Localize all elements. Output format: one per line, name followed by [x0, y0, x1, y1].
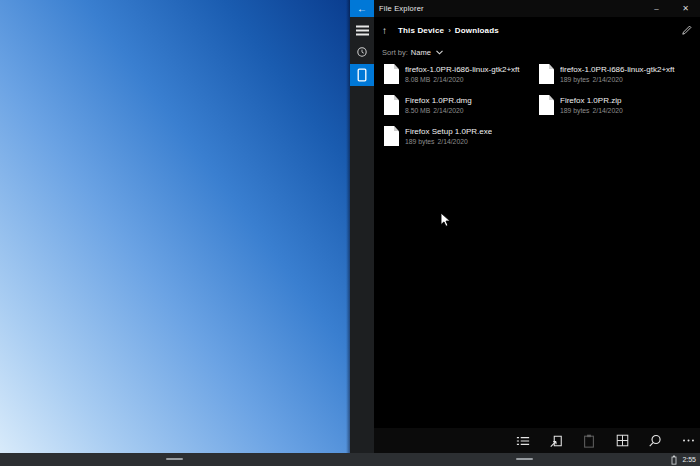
search-icon [648, 434, 662, 448]
file-name: firefox-1.0PR-i686-linux-gtk2+xft [560, 64, 675, 75]
breadcrumb: ↑ This Device › Downloads [374, 17, 700, 44]
chevron-down-icon [436, 50, 443, 55]
sidebar-item-menu[interactable] [350, 20, 374, 40]
command-bar [374, 428, 700, 453]
file-size: 189 bytes [405, 138, 434, 145]
sidebar [350, 17, 374, 453]
sidebar-item-this-device[interactable] [350, 64, 374, 86]
file-date: 2/14/2020 [437, 138, 467, 145]
file-name: Firefox 1.0PR.dmg [405, 95, 472, 106]
file-meta: 189 bytes2/14/2020 [405, 137, 492, 147]
file-meta: 189 bytes2/14/2020 [560, 106, 626, 116]
file-size: 189 bytes [560, 76, 589, 83]
file-size: 189 bytes [560, 107, 589, 114]
gesture-pill-right[interactable] [516, 458, 533, 460]
file-date: 2/14/2020 [433, 107, 463, 114]
gesture-pill-left[interactable] [166, 458, 183, 460]
up-arrow-icon[interactable]: ↑ [382, 26, 387, 36]
more-icon [682, 434, 695, 447]
back-icon: ← [357, 4, 367, 14]
sidebar-item-recent[interactable] [350, 42, 374, 62]
title-bar: ← File Explorer – ✕ [350, 0, 700, 17]
file-item[interactable]: firefox-1.0PR-i686-linux-gtk2+xft 189 by… [539, 63, 700, 94]
file-meta: 189 bytes2/14/2020 [560, 75, 675, 85]
taskbar: 2:55 [0, 453, 700, 466]
close-icon: ✕ [682, 5, 689, 13]
window-controls: – ✕ [642, 0, 700, 17]
breadcrumb-downloads[interactable]: Downloads [455, 26, 499, 35]
file-explorer-window: ← File Explorer – ✕ [350, 0, 700, 453]
device-icon [356, 68, 368, 82]
minimize-button[interactable]: – [642, 0, 671, 17]
file-icon [384, 95, 399, 115]
file-item[interactable]: firefox-1.0PR-i686-linux-gtk2+xft 8.08 M… [384, 63, 539, 94]
paste-button[interactable] [582, 434, 596, 448]
minimize-icon: – [654, 5, 658, 13]
hamburger-icon [356, 25, 369, 36]
file-size: 8.08 MB [405, 76, 430, 83]
file-date: 2/14/2020 [592, 76, 622, 83]
system-tray: 2:55 [671, 453, 696, 466]
sort-control[interactable]: Sort by: Name [374, 44, 700, 60]
select-button[interactable] [516, 434, 530, 448]
file-list: firefox-1.0PR-i686-linux-gtk2+xft 8.08 M… [374, 60, 700, 156]
file-name: firefox-1.0PR-i686-linux-gtk2+xft [405, 64, 520, 75]
file-meta: 8.50 MB2/14/2020 [405, 106, 472, 116]
file-icon [384, 64, 399, 84]
breadcrumb-this-device[interactable]: This Device [398, 26, 444, 35]
more-button[interactable] [681, 434, 695, 448]
main-pane: ↑ This Device › Downloads Sort by: Name [374, 17, 700, 428]
file-icon [539, 64, 554, 84]
battery-icon [671, 455, 677, 465]
sort-value: Name [411, 48, 431, 57]
back-button[interactable]: ← [350, 0, 374, 17]
file-item[interactable]: Firefox 1.0PR.dmg 8.50 MB2/14/2020 [384, 94, 539, 125]
file-name: Firefox Setup 1.0PR.exe [405, 126, 492, 137]
file-item[interactable]: Firefox Setup 1.0PR.exe 189 bytes2/14/20… [384, 125, 539, 156]
grid-view-icon [616, 434, 629, 447]
file-date: 2/14/2020 [433, 76, 463, 83]
file-item[interactable]: Firefox 1.0PR.zip 189 bytes2/14/2020 [539, 94, 700, 125]
clock-time: 2:55 [682, 456, 696, 463]
window-title: File Explorer [379, 4, 424, 13]
file-size: 8.50 MB [405, 107, 430, 114]
paste-icon [582, 434, 596, 448]
pencil-icon [681, 25, 692, 36]
select-list-icon [516, 434, 530, 448]
grid-view-button[interactable] [615, 434, 629, 448]
file-icon [539, 95, 554, 115]
rename-path-button[interactable] [681, 25, 692, 36]
file-icon [384, 126, 399, 146]
wallpaper [0, 0, 350, 466]
share-icon [549, 434, 563, 448]
search-button[interactable] [648, 434, 662, 448]
file-name: Firefox 1.0PR.zip [560, 95, 626, 106]
close-button[interactable]: ✕ [671, 0, 700, 17]
clock-icon [356, 46, 368, 58]
breadcrumb-separator: › [448, 26, 451, 35]
share-button[interactable] [549, 434, 563, 448]
file-date: 2/14/2020 [592, 107, 622, 114]
file-meta: 8.08 MB2/14/2020 [405, 75, 520, 85]
sort-label: Sort by: [382, 48, 408, 57]
